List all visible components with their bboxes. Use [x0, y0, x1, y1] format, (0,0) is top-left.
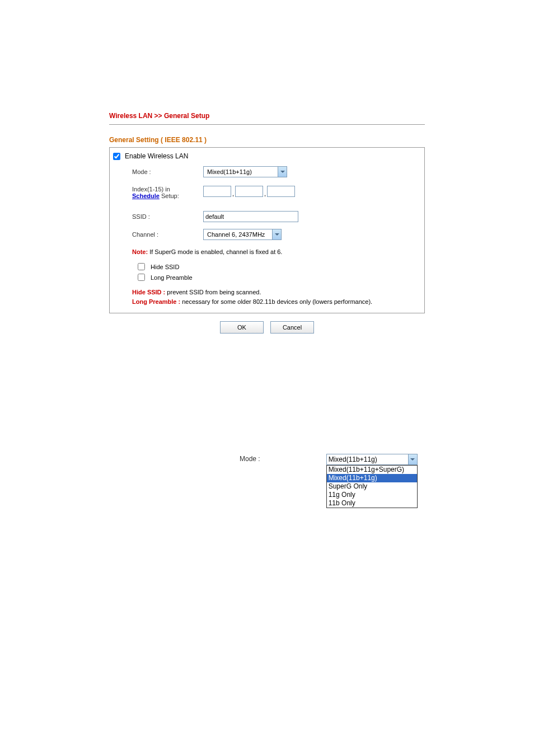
mode-option[interactable]: 11g Only	[327, 491, 417, 499]
channel-select-wrapper[interactable]: Channel 6, 2437MHz	[203, 229, 282, 240]
section-title: General Setting ( IEEE 802.11 )	[109, 136, 425, 144]
index-input-2[interactable]	[235, 186, 263, 197]
lower-mode-label: Mode :	[240, 455, 260, 463]
hide-ssid-desc-label: Hide SSID :	[132, 289, 165, 295]
ssid-input[interactable]	[203, 211, 298, 222]
long-preamble-checkbox[interactable]	[138, 274, 145, 281]
mode-label: Mode :	[116, 168, 203, 175]
index-label: Index(1-15) in Schedule Setup:	[116, 186, 203, 199]
description-block: Hide SSID : prevent SSID from being scan…	[116, 288, 418, 306]
enable-wireless-checkbox[interactable]	[113, 153, 120, 160]
mode-option[interactable]: 11b Only	[327, 499, 417, 508]
mode-option[interactable]: SuperG Only	[327, 482, 417, 491]
channel-label: Channel :	[116, 231, 203, 238]
ok-button[interactable]: OK	[220, 321, 264, 334]
chevron-down-icon	[408, 454, 417, 464]
mode-select[interactable]: Mixed(11b+11g)	[203, 166, 287, 177]
mode-dropdown-selected-text: Mixed(11b+11g)	[327, 456, 377, 463]
hide-ssid-label: Hide SSID	[151, 264, 179, 270]
breadcrumb: Wireless LAN >> General Setup	[109, 112, 425, 120]
cancel-button[interactable]: Cancel	[270, 321, 314, 334]
mode-option[interactable]: Mixed(11b+11g)	[327, 474, 417, 482]
long-preamble-label: Long Preamble	[151, 274, 193, 281]
index-input-3[interactable]	[267, 186, 295, 197]
mode-dropdown-expanded[interactable]: Mixed(11b+11g) Mixed(11b+11g+SuperG) Mix…	[326, 454, 418, 508]
ssid-label: SSID :	[116, 213, 203, 220]
note-row: Note: If SuperG mode is enabled, channel…	[116, 248, 418, 255]
long-preamble-desc-label: Long Preamble :	[132, 298, 180, 305]
index-input-1[interactable]	[203, 186, 231, 197]
enable-wireless-label: Enable Wireless LAN	[125, 152, 188, 160]
mode-option[interactable]: Mixed(11b+11g+SuperG)	[327, 466, 417, 474]
hide-ssid-desc-text: prevent SSID from being scanned.	[165, 289, 261, 295]
mode-dropdown-list: Mixed(11b+11g+SuperG) Mixed(11b+11g) Sup…	[326, 465, 418, 508]
channel-select[interactable]: Channel 6, 2437MHz	[203, 229, 282, 240]
long-preamble-desc-text: necessary for some older 802.11b devices…	[180, 298, 372, 305]
note-text: If SuperG mode is enabled, channel is fi…	[148, 248, 282, 255]
divider	[109, 124, 425, 125]
hide-ssid-checkbox[interactable]	[138, 263, 145, 270]
mode-select-wrapper[interactable]: Mixed(11b+11g)	[203, 166, 287, 177]
schedule-link[interactable]: Schedule	[132, 192, 160, 199]
note-label: Note:	[132, 248, 148, 255]
mode-dropdown-display[interactable]: Mixed(11b+11g)	[326, 454, 418, 465]
settings-panel: Enable Wireless LAN Mode : Mixed(11b+11g…	[109, 147, 425, 313]
